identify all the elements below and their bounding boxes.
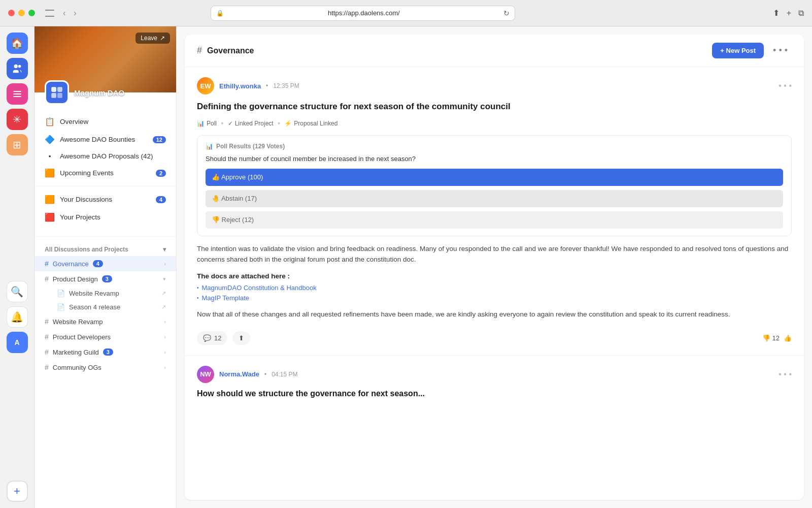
svg-rect-8 <box>57 93 62 98</box>
post-menu-button-2[interactable]: • • • <box>779 370 792 379</box>
like-button[interactable]: 👍 <box>784 334 792 342</box>
website-revamp-sub-label: Website Revamp <box>69 290 119 297</box>
layers-nav-icon[interactable] <box>7 83 28 105</box>
website-revamp-channel-label: Website Revamp <box>53 318 103 326</box>
minimize-traffic-light[interactable] <box>18 10 25 16</box>
icon-rail: 🏠 ✳ ⊞ 🔍 🔔 A + <box>0 26 35 508</box>
community-hash-icon: # <box>45 363 49 371</box>
sidebar-toggle[interactable] <box>45 10 54 17</box>
post-avatar-1: EW <box>197 77 214 94</box>
comment-count: 12 <box>214 334 221 342</box>
svg-point-1 <box>18 65 21 68</box>
events-badge: 2 <box>156 170 166 177</box>
poll-results-title: 📊 Poll Results (129 Votes) <box>206 143 783 150</box>
like-icon: 👍 <box>784 334 792 342</box>
reload-button[interactable]: ↻ <box>503 9 510 17</box>
sidebar-item-your-discussions[interactable]: 🟧 Your Discussions 4 <box>35 190 176 208</box>
channel-product-design[interactable]: # Product Design 3 ▾ <box>35 271 176 287</box>
dao-name-label: Magnum DAO <box>74 88 124 97</box>
search-rail-button[interactable]: 🔍 <box>7 281 28 302</box>
channel-governance[interactable]: # Governance 4 › <box>35 256 176 271</box>
channel-website-revamp[interactable]: # Website Revamp › <box>35 314 176 329</box>
new-post-button[interactable]: + New Post <box>712 43 764 58</box>
overview-icon: 📋 <box>45 117 55 126</box>
tabs-button[interactable]: ⧉ <box>798 9 804 18</box>
puzzle-nav-icon[interactable]: ⊞ <box>7 134 28 155</box>
section-divider <box>35 236 176 237</box>
address-bar[interactable]: 🔒 https://app.daolens.com/ ↻ <box>211 6 515 21</box>
post-menu-button-1[interactable]: • • • <box>779 81 792 90</box>
svg-rect-7 <box>51 93 56 98</box>
doc-link-1[interactable]: • MagnumDAO Constitution & Handbook <box>197 284 792 292</box>
posts-list: EW Ethilly.wonka • 12:35 PM • • • Defini… <box>185 67 804 500</box>
marketing-guild-label: Marketing Guild <box>53 348 99 356</box>
comment-button[interactable]: 💬 12 <box>197 331 227 345</box>
channel-product-developers[interactable]: # Product Developers › <box>35 329 176 344</box>
poll-option-abstain: 🤚 Abstain (17) <box>206 190 783 207</box>
team-nav-icon[interactable] <box>7 58 28 79</box>
abstain-label: 🤚 Abstain (17) <box>206 195 263 202</box>
comment-icon: 💬 <box>203 334 211 342</box>
sidebar-item-events[interactable]: 🟧 Upcoming Events 2 <box>35 164 176 182</box>
marketing-hash-icon: # <box>45 348 49 356</box>
ai-nav-icon[interactable]: ✳ <box>7 109 28 130</box>
dao-identity: Magnum DAO <box>45 80 124 105</box>
content-area: # Governance + New Post • • • EW Ethilly… <box>185 35 804 500</box>
dao-banner: Leave ↗ Magnum DAO <box>35 26 176 92</box>
doc-link-2[interactable]: • MagIP Template <box>197 294 792 302</box>
share-post-button[interactable]: ⬆ <box>232 331 250 345</box>
doc-link-1-label: MagnumDAO Constitution & Handbook <box>202 284 317 292</box>
home-nav-icon[interactable]: 🏠 <box>7 33 28 54</box>
doc-link-2-label: MagIP Template <box>202 294 249 302</box>
fullscreen-traffic-light[interactable] <box>28 10 35 16</box>
sidebar-item-your-projects[interactable]: 🟥 Your Projects <box>35 208 176 226</box>
post-card-1: EW Ethilly.wonka • 12:35 PM • • • Defini… <box>185 67 804 356</box>
your-discussions-label: Your Discussions <box>60 196 112 203</box>
post-timestamp-2: 04:15 PM <box>272 371 297 378</box>
product-dev-arrow-icon: › <box>164 334 166 340</box>
post-avatar-2: NW <box>197 366 214 383</box>
sub-channel-website-revamp[interactable]: 📄 Website Revamp ↗ <box>35 287 176 300</box>
user-avatar-rail[interactable]: A <box>7 332 28 353</box>
nav-divider <box>35 186 176 186</box>
linked-project-meta-tag: ✓ Linked Project <box>228 120 274 127</box>
doc-icon-2: 📄 <box>57 303 65 311</box>
sidebar-item-proposals[interactable]: ▪ Awesome DAO Proposals (42) <box>35 148 176 164</box>
post-card-2: NW Norma.Wade • 04:15 PM • • • How shoul… <box>185 356 804 412</box>
post-author-2[interactable]: Norma.Wade <box>219 370 259 378</box>
bounties-icon: 🔷 <box>45 135 55 144</box>
channel-marketing-guild[interactable]: # Marketing Guild 3 › <box>35 344 176 360</box>
add-dao-button[interactable]: + <box>7 481 28 502</box>
forward-button[interactable]: › <box>71 8 79 19</box>
season4-sub-label: Season 4 release <box>69 303 120 311</box>
post-header-1: EW Ethilly.wonka • 12:35 PM • • • <box>197 77 792 94</box>
post-title-2: How should we structure the governance f… <box>197 389 792 398</box>
website-revamp-hash-icon: # <box>45 318 49 326</box>
leave-dao-button[interactable]: Leave ↗ <box>136 33 170 44</box>
product-design-expand-icon: ▾ <box>163 276 166 282</box>
your-discussions-badge: 4 <box>156 196 166 203</box>
sidebar-item-bounties[interactable]: 🔷 Awesome DAO Bounties 12 <box>35 131 176 148</box>
dao-avatar <box>45 80 69 105</box>
all-discussions-header[interactable]: All Discussions and Projects ▾ <box>35 241 176 256</box>
share-button[interactable]: ⬆ <box>773 8 780 18</box>
channel-more-button[interactable]: • • • <box>769 43 792 58</box>
post-author-1[interactable]: Ethilly.wonka <box>219 82 261 90</box>
dislike-button[interactable]: 👎 12 <box>762 334 780 342</box>
dislike-icon: 👎 <box>762 334 770 342</box>
product-design-channel-label: Product Design <box>53 275 98 283</box>
svg-rect-6 <box>57 87 62 92</box>
channel-community-ogs[interactable]: # Community OGs › <box>35 360 176 375</box>
sub-channel-season4[interactable]: 📄 Season 4 release ↗ <box>35 300 176 314</box>
url-text: https://app.daolens.com/ <box>227 9 500 17</box>
post-header-2: NW Norma.Wade • 04:15 PM • • • <box>197 366 792 383</box>
back-button[interactable]: ‹ <box>60 8 68 19</box>
svg-point-0 <box>14 65 17 68</box>
events-icon: 🟧 <box>45 168 55 178</box>
notification-rail-button[interactable]: 🔔 <box>7 306 28 328</box>
post-docs-title: The docs are attached here : <box>197 272 792 280</box>
poll-question: Should the number of council member be i… <box>206 155 783 163</box>
new-tab-button[interactable]: + <box>787 9 791 18</box>
close-traffic-light[interactable] <box>8 10 15 16</box>
sidebar-item-overview[interactable]: 📋 Overview <box>35 113 176 131</box>
